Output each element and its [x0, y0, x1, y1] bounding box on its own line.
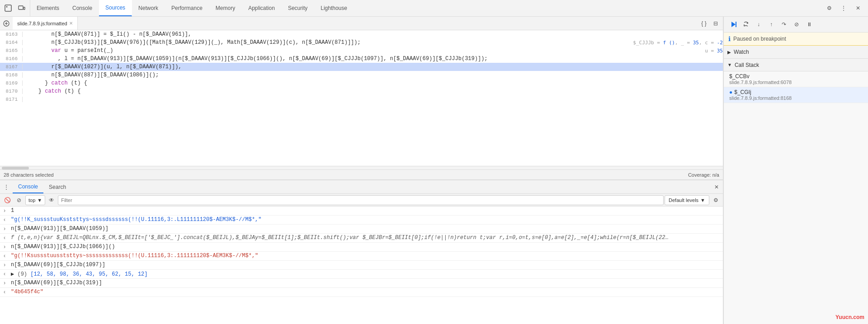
code-line-8167: 8167 r[$_DAAAV(1027)](u, l, n[$_DAAAV(87… — [0, 63, 723, 71]
console-entry-4: ‹ f (t,e,n){var $_BEIJL=QBLnx.$_CM,$_BEI… — [0, 234, 723, 243]
console-arrow-6[interactable]: ‹ — [0, 252, 9, 259]
console-toolbar: 🚫 ⊘ top ▼ 👁 Default levels ▼ ⚙ — [0, 194, 723, 207]
code-line-8169: 8169 } catch (t) { — [0, 79, 723, 87]
code-line-8168: 8168 n[$_DAAAV(887)][$_DAAAV(1086)](); — [0, 71, 723, 79]
main-content: slide.7.8.9.js:formatted ✕ { } ⊟ 8163 n[… — [0, 17, 868, 324]
file-tab-close[interactable]: ✕ — [69, 21, 73, 26]
resume-btn[interactable] — [727, 19, 739, 30]
console-entry-3: › n[$_DAAAV(913)][$_DAAAV(1059)] — [0, 225, 723, 234]
devtools-top-bar: Elements Console Sources Network Perform… — [0, 0, 868, 17]
step-over-btn[interactable] — [740, 19, 752, 30]
call-stack-fn-0: $_CCBv — [729, 73, 863, 80]
call-stack-fn-1: ● $_CGIj — [729, 89, 863, 95]
console-arrow-10[interactable]: ‹ — [0, 288, 9, 296]
stop-icon[interactable]: ⊘ — [14, 195, 24, 206]
step-into-btn[interactable]: ↓ — [753, 19, 764, 30]
tab-elements[interactable]: Elements — [30, 0, 66, 16]
responsive-icon[interactable] — [15, 2, 28, 14]
console-arrow-2[interactable]: ‹ — [0, 216, 9, 223]
top-bar-right: ⚙ ⋮ ✕ — [819, 2, 868, 14]
tab-sources[interactable]: Sources — [99, 0, 132, 16]
inspect-icon[interactable] — [2, 2, 14, 14]
call-stack-file-1: slide.7.8.9.js:formatted:8168 — [729, 95, 863, 101]
new-tab-icon[interactable] — [0, 17, 13, 30]
console-tab-bar: ⋮ Console Search ✕ — [0, 180, 723, 194]
call-stack-label: Call Stack — [735, 62, 759, 68]
tab-application[interactable]: Application — [242, 0, 282, 16]
clear-console-btn[interactable]: 🚫 — [2, 195, 13, 206]
console-arrow-8[interactable]: ‹ — [0, 270, 9, 277]
console-arrow-9[interactable]: › — [0, 279, 9, 286]
console-entry-2: ‹ "g(!!K_sussstuuKsststtys~ssssdssssss(!… — [0, 216, 723, 225]
level-select[interactable]: Default levels ▼ — [665, 195, 709, 205]
console-close-btn[interactable]: ✕ — [710, 181, 723, 193]
tab-security[interactable]: Security — [282, 0, 314, 16]
more-icon[interactable]: ⋮ — [837, 2, 850, 14]
console-entry-9: › n[$_DAAAV(69)][$_CJJJb(319)] — [0, 279, 723, 288]
step-btn[interactable]: ↷ — [778, 19, 790, 30]
settings-icon[interactable]: ⚙ — [823, 2, 835, 14]
console-entry-1: › 1 — [0, 207, 723, 216]
tab-search-bottom[interactable]: Search — [43, 180, 71, 193]
code-line-8170: 8170 } catch (t) { — [0, 87, 723, 95]
bottom-panel: ⋮ Console Search ✕ 🚫 ⊘ top ▼ 👁 Default l… — [0, 179, 723, 324]
watch-header[interactable]: ▶ Watch — [724, 46, 868, 58]
call-stack-item-0[interactable]: $_CCBv slide.7.8.9.js:formatted:6078 — [724, 71, 868, 87]
paused-banner: ℹ Paused on breakpoint — [724, 33, 868, 46]
watch-arrow: ▶ — [727, 50, 731, 55]
svg-rect-2 — [19, 6, 23, 9]
console-entry-7: › n[$_DAAAV(69)][$_CJJJb(1097)] — [0, 261, 723, 270]
svg-rect-0 — [5, 5, 11, 11]
tab-console-bottom[interactable]: Console — [13, 180, 43, 193]
dock-icon[interactable]: ⊟ — [710, 18, 721, 29]
console-settings-icon[interactable]: ⚙ — [710, 195, 721, 206]
paused-text: Paused on breakpoint — [733, 36, 786, 42]
console-arrow-1[interactable]: › — [0, 207, 9, 214]
console-entry-8: ‹ ▶ (9) [12, 58, 98, 36, 43, 95, 62, 15,… — [0, 270, 723, 279]
console-arrow-4[interactable]: ‹ — [0, 234, 9, 241]
call-stack-header[interactable]: ▼ Call Stack — [724, 59, 868, 71]
devtools-tabs: Elements Console Sources Network Perform… — [30, 0, 819, 16]
console-arrow-7[interactable]: › — [0, 261, 9, 268]
watch-label: Watch — [734, 49, 749, 55]
step-out-btn[interactable]: ↑ — [765, 19, 777, 30]
pause-exception-btn[interactable]: ⏸ — [803, 19, 815, 30]
call-stack-section: ▼ Call Stack $_CCBv slide.7.8.9.js:forma… — [724, 59, 868, 324]
context-select[interactable]: top ▼ — [25, 195, 45, 205]
code-editor[interactable]: 8163 n[$_DAAAV(871)] = $_Ii() - n[$_DAAA… — [0, 30, 723, 166]
console-filter-input[interactable] — [58, 195, 664, 205]
debug-toolbar: ↓ ↑ ↷ ⊘ ⏸ — [724, 17, 868, 33]
close-icon[interactable]: ✕ — [852, 2, 864, 14]
tab-console[interactable]: Console — [66, 0, 99, 16]
file-tab-bar: slide.7.8.9.js:formatted ✕ { } ⊟ — [0, 17, 723, 30]
code-line-8163: 8163 n[$_DAAAV(871)] = $_Ii() - n[$_DAAA… — [0, 30, 723, 38]
info-icon: ℹ — [728, 35, 731, 42]
horizontal-scrollbar[interactable] — [0, 166, 723, 169]
file-tab-slide[interactable]: slide.7.8.9.js:formatted ✕ — [13, 17, 78, 30]
svg-rect-3 — [24, 7, 25, 9]
console-entry-5: › n[$_DAAAV(913)][$_CJJJb(1066)]() — [0, 243, 723, 252]
console-entry-6: ‹ "g(!!Ksussstuusststtys~sssssssssssss(!… — [0, 252, 723, 261]
code-line-8165: 8165 var u = parseInt(_) u = 35 — [0, 47, 723, 55]
eye-icon[interactable]: 👁 — [46, 195, 57, 206]
svg-rect-8 — [736, 22, 736, 27]
tab-network[interactable]: Network — [132, 0, 165, 16]
format-icon[interactable]: { } — [698, 18, 709, 29]
console-arrow-5[interactable]: › — [0, 243, 9, 250]
console-menu-icon[interactable]: ⋮ — [0, 181, 13, 193]
tab-performance[interactable]: Performance — [165, 0, 209, 16]
tab-lighthouse[interactable]: Lighthouse — [314, 0, 354, 16]
current-indicator: ● — [729, 89, 732, 95]
right-panel: ↓ ↑ ↷ ⊘ ⏸ ℹ Paused on breakpoint ▶ Watch… — [723, 17, 868, 324]
sources-panel: slide.7.8.9.js:formatted ✕ { } ⊟ 8163 n[… — [0, 17, 723, 324]
svg-marker-7 — [731, 22, 736, 27]
file-tab-name: slide.7.8.9.js:formatted — [17, 21, 67, 26]
call-stack-arrow: ▼ — [727, 62, 732, 67]
console-output[interactable]: › 1 ‹ "g(!!K_sussstuuKsststtys~ssssdssss… — [0, 207, 723, 324]
status-bar: 28 characters selected Coverage: n/a — [0, 169, 723, 179]
deactivate-btn[interactable]: ⊘ — [791, 19, 802, 30]
console-arrow-3[interactable]: › — [0, 225, 9, 232]
tab-memory[interactable]: Memory — [209, 0, 242, 16]
call-stack-file-0: slide.7.8.9.js:formatted:6078 — [729, 80, 863, 85]
call-stack-item-1[interactable]: ● $_CGIj slide.7.8.9.js:formatted:8168 — [724, 87, 868, 103]
